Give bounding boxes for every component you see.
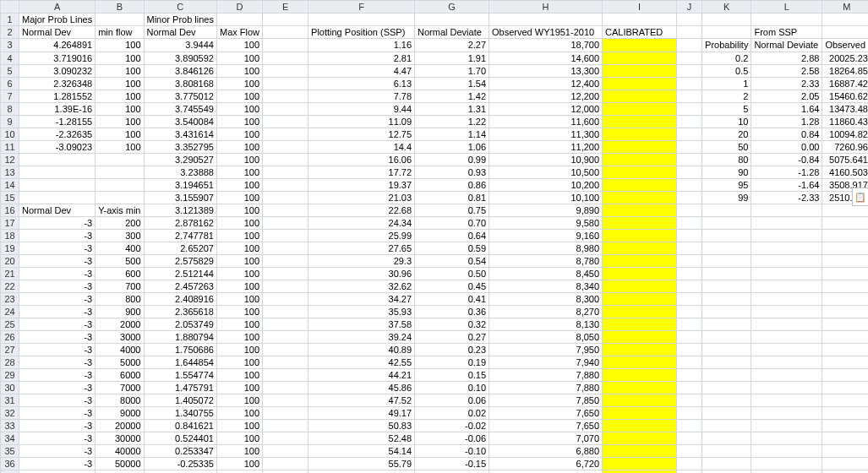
cell-F21[interactable]: 30.96 [308,268,415,280]
cell-I11[interactable] [603,140,677,153]
cell-C35[interactable]: 0.253347 [144,445,216,458]
cell-E11[interactable] [263,140,308,153]
cell-K13[interactable]: 90 [702,166,751,178]
col-H[interactable]: H [489,1,603,14]
cell-K28[interactable] [702,356,751,369]
cell-F36[interactable]: 55.79 [308,458,415,470]
cell-A24[interactable]: -3 [19,306,96,318]
cell-H22[interactable]: 8,340 [489,280,603,293]
cell-F12[interactable]: 16.06 [308,153,415,166]
cell-M36[interactable] [822,458,868,470]
cell-H19[interactable]: 8,980 [489,242,603,255]
cell-D1[interactable] [216,14,262,26]
cell-D4[interactable]: 100 [216,52,262,64]
cell-F27[interactable]: 40.89 [308,344,415,356]
cell-C31[interactable]: 1.405072 [144,394,216,407]
cell-B11[interactable]: 100 [96,140,144,153]
cell-I9[interactable] [603,115,677,128]
cell-G11[interactable]: 1.06 [415,140,489,153]
row-header-24[interactable]: 24 [1,306,19,318]
cell-J8[interactable] [677,102,702,115]
cell-K4[interactable]: 0.2 [702,52,751,64]
cell-E32[interactable] [263,407,308,420]
cell-A20[interactable]: -3 [19,255,96,268]
cell-J14[interactable] [677,178,702,191]
cell-D34[interactable]: 100 [216,432,262,445]
cell-I5[interactable] [603,64,677,77]
cell-B16[interactable]: Y-axis min [96,204,144,217]
cell-F14[interactable]: 19.37 [308,178,415,191]
cell-D12[interactable]: 100 [216,153,262,166]
cell-C18[interactable]: 2.747781 [144,230,216,242]
cell-H36[interactable]: 6,720 [489,458,603,470]
cell-K9[interactable]: 10 [702,115,751,128]
cell-A17[interactable]: -3 [19,217,96,230]
cell-K19[interactable] [702,242,751,255]
cell-L16[interactable] [751,204,822,217]
cell-L23[interactable] [751,293,822,306]
cell-F29[interactable]: 44.21 [308,369,415,382]
cell-B17[interactable]: 200 [96,217,144,230]
cell-B27[interactable]: 4000 [96,344,144,356]
cell-J26[interactable] [677,331,702,344]
cell-L1[interactable] [751,14,822,26]
cell-L34[interactable] [751,432,822,445]
row-header-19[interactable]: 19 [1,242,19,255]
col-G[interactable]: G [415,1,489,14]
cell-D9[interactable]: 100 [216,115,262,128]
cell-H29[interactable]: 7,880 [489,369,603,382]
cell-M2[interactable] [822,26,868,39]
cell-K24[interactable] [702,306,751,318]
cell-D35[interactable]: 100 [216,445,262,458]
cell-K27[interactable] [702,344,751,356]
cell-B26[interactable]: 3000 [96,331,144,344]
cell-H6[interactable]: 12,400 [489,77,603,90]
cell-A8[interactable]: 1.39E-16 [19,102,96,115]
cell-J20[interactable] [677,255,702,268]
cell-M22[interactable] [822,280,868,293]
cell-A27[interactable]: -3 [19,344,96,356]
cell-M7[interactable]: 15460.62 [822,90,868,102]
cell-E5[interactable] [263,64,308,77]
cell-M4[interactable]: 20025.23 [822,52,868,64]
cell-F20[interactable]: 29.3 [308,255,415,268]
cell-L26[interactable] [751,331,822,344]
cell-D31[interactable]: 100 [216,394,262,407]
cell-A29[interactable]: -3 [19,369,96,382]
cell-K36[interactable] [702,458,751,470]
cell-F33[interactable]: 50.83 [308,420,415,432]
cell-I23[interactable] [603,293,677,306]
cell-E16[interactable] [263,204,308,217]
row-header-29[interactable]: 29 [1,369,19,382]
row-header-3[interactable]: 3 [1,39,19,52]
cell-I8[interactable] [603,102,677,115]
row-header-32[interactable]: 32 [1,407,19,420]
cell-L10[interactable]: 0.84 [751,128,822,140]
cell-B10[interactable]: 100 [96,128,144,140]
cell-L33[interactable] [751,420,822,432]
cell-G16[interactable]: 0.75 [415,204,489,217]
cell-D14[interactable]: 100 [216,178,262,191]
cell-D13[interactable]: 100 [216,166,262,178]
cell-D8[interactable]: 100 [216,102,262,115]
cell-D15[interactable]: 100 [216,191,262,204]
cell-M20[interactable] [822,255,868,268]
cell-D3[interactable]: 100 [216,39,262,52]
cell-A9[interactable]: -1.28155 [19,115,96,128]
cell-J37[interactable] [677,470,702,474]
row-header-26[interactable]: 26 [1,331,19,344]
cell-B4[interactable]: 100 [96,52,144,64]
cell-J13[interactable] [677,166,702,178]
cell-G18[interactable]: 0.64 [415,230,489,242]
cell-B8[interactable]: 100 [96,102,144,115]
cell-D27[interactable]: 100 [216,344,262,356]
cell-G4[interactable]: 1.91 [415,52,489,64]
cell-E36[interactable] [263,458,308,470]
cell-H9[interactable]: 11,600 [489,115,603,128]
cell-A14[interactable] [19,178,96,191]
cell-H17[interactable]: 9,580 [489,217,603,230]
cell-I24[interactable] [603,306,677,318]
cell-E33[interactable] [263,420,308,432]
row-header-10[interactable]: 10 [1,128,19,140]
cell-F13[interactable]: 17.72 [308,166,415,178]
